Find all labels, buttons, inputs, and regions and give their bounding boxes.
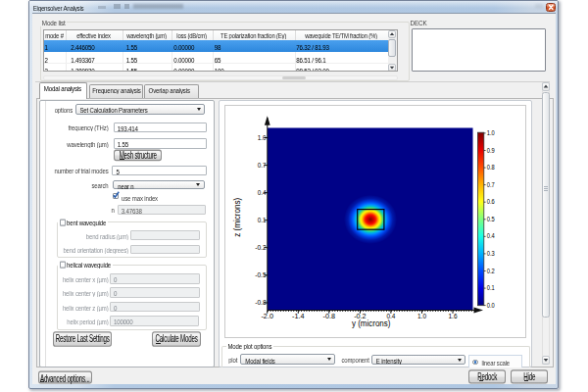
svg-text:-0.8: -0.8 (322, 311, 335, 319)
svg-text:1.6: 1.6 (448, 311, 457, 319)
svg-text:0.5: 0.5 (486, 216, 494, 222)
svg-text:0.4: 0.4 (486, 232, 494, 239)
svg-text:0.9: 0.9 (486, 146, 494, 153)
svg-text:-1.4: -1.4 (292, 311, 305, 319)
svg-text:0.0: 0.0 (486, 301, 494, 308)
svg-text:0.1: 0.1 (257, 216, 266, 224)
svg-text:y (microns): y (microns) (352, 318, 391, 328)
svg-text:-2.0: -2.0 (261, 311, 273, 319)
svg-text:z (microns): z (microns) (232, 198, 242, 237)
svg-text:1.0: 1.0 (417, 311, 426, 319)
svg-text:0.4: 0.4 (257, 188, 266, 197)
svg-text:-0.2: -0.2 (255, 243, 266, 252)
svg-text:0.3: 0.3 (486, 250, 494, 257)
svg-text:-0.8: -0.8 (255, 298, 266, 307)
svg-text:0.6: 0.6 (486, 198, 494, 205)
svg-text:0.8: 0.8 (486, 164, 494, 171)
svg-text:0.7: 0.7 (257, 161, 266, 170)
svg-text:0.2: 0.2 (486, 267, 494, 273)
svg-text:1.0: 1.0 (486, 129, 494, 136)
svg-text:1.0: 1.0 (257, 132, 266, 141)
svg-text:0.7: 0.7 (486, 180, 494, 187)
svg-text:0.1: 0.1 (486, 284, 494, 291)
svg-text:-0.5: -0.5 (255, 270, 266, 279)
